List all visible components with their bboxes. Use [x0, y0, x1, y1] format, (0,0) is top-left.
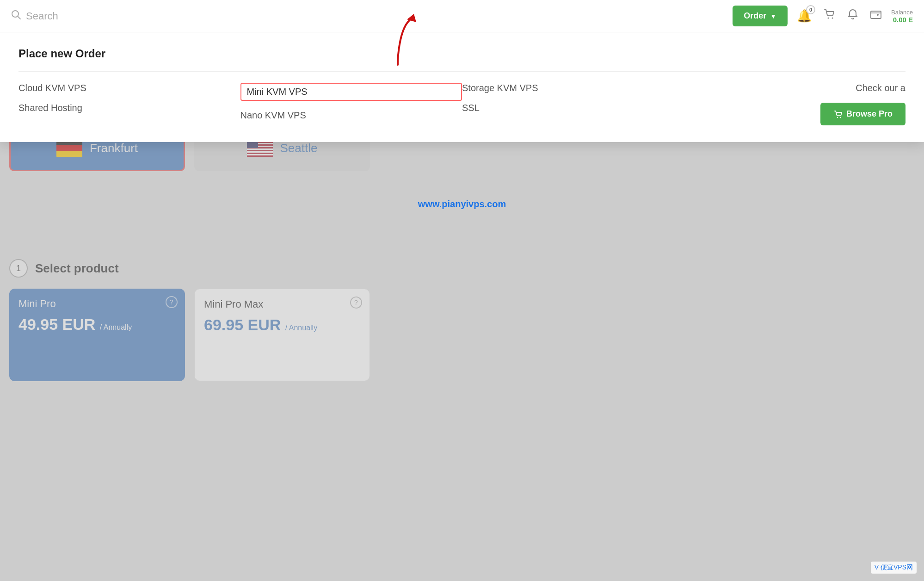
watermark-bottom: V 便宜VPS网 [871, 562, 917, 574]
dropdown-divider [18, 71, 906, 72]
dropdown-title: Place new Order [18, 47, 906, 60]
chevron-down-icon: ▼ [770, 12, 776, 20]
cart-icon[interactable] [821, 6, 838, 26]
dropdown-columns: Cloud KVM VPS Shared Hosting Mini KVM VP… [18, 83, 906, 125]
search-placeholder: Search [26, 10, 58, 22]
dropdown-col-2: Mini KVM VPS Nano KVM VPS [240, 83, 462, 125]
mini-pro-period: / Annually [100, 323, 132, 331]
dropdown-item-mini-kvm[interactable]: Mini KVM VPS [240, 83, 462, 101]
product-cards-row: ? Mini Pro 49.95 EUR / Annually ? Mini P… [9, 289, 915, 381]
order-button[interactable]: Order ▼ [733, 6, 788, 26]
mini-pro-name: Mini Pro [18, 298, 176, 310]
balance-value: 0.00 E [893, 16, 913, 24]
svg-line-1 [18, 17, 21, 19]
balance-area: Balance 0.00 E [891, 9, 913, 24]
svg-rect-4 [871, 11, 881, 19]
header-right: Order ▼ 🔔 0 [733, 6, 913, 26]
browse-products-button[interactable]: Browse Pro [820, 103, 906, 125]
mini-pro-max-period: / Annually [285, 324, 317, 332]
frankfurt-label: Frankfurt [90, 141, 138, 155]
dropdown-col-1: Cloud KVM VPS Shared Hosting [18, 83, 240, 125]
help-icon-mini-pro[interactable]: ? [166, 296, 178, 308]
step-header: 1 Select product [9, 259, 915, 278]
watermark-center: www.pianyivps.com [418, 199, 506, 210]
notifications-icon[interactable]: 🔔 0 [795, 7, 813, 25]
step-title: Select product [35, 261, 119, 276]
balance-label: Balance [891, 9, 913, 16]
notifications-badge: 0 [806, 5, 815, 14]
product-mini-pro-max[interactable]: ? Mini Pro Max 69.95 EUR / Annually [194, 289, 370, 381]
step-number: 1 [9, 259, 28, 278]
dropdown-col-4: Check our a Browse Pro [684, 83, 906, 125]
mini-pro-max-price-value: 69.95 EUR [204, 316, 281, 334]
browse-button-label: Browse Pro [846, 109, 893, 119]
mini-pro-price-value: 49.95 EUR [18, 315, 95, 333]
svg-point-2 [828, 18, 829, 19]
wallet-icon[interactable] [868, 6, 884, 25]
dropdown-item-shared-hosting[interactable]: Shared Hosting [18, 103, 240, 113]
product-mini-pro[interactable]: ? Mini Pro 49.95 EUR / Annually [9, 289, 185, 381]
bell-icon[interactable] [845, 6, 861, 25]
dropdown-item-cloud-kvm[interactable]: Cloud KVM VPS [18, 83, 240, 93]
search-icon [11, 10, 21, 22]
seattle-label: Seattle [280, 141, 318, 155]
dropdown-item-nano-kvm[interactable]: Nano KVM VPS [240, 110, 462, 121]
search-area[interactable]: Search [11, 10, 58, 22]
svg-point-3 [832, 18, 833, 19]
dropdown-col-3: Storage KVM VPS SSL [462, 83, 684, 125]
check-our-text: Check our a [856, 83, 906, 93]
svg-point-6 [840, 117, 841, 118]
mini-pro-max-name: Mini Pro Max [204, 298, 360, 310]
svg-point-5 [837, 117, 838, 118]
select-product-section: 1 Select product ? Mini Pro 49.95 EUR / … [9, 259, 915, 381]
header: Search Order ▼ 🔔 0 [0, 0, 924, 32]
dropdown-item-storage-kvm[interactable]: Storage KVM VPS [462, 83, 684, 93]
mini-pro-price: 49.95 EUR / Annually [18, 315, 176, 334]
order-dropdown: Place new Order Cloud KVM VPS Shared Hos… [0, 32, 924, 142]
help-icon-mini-pro-max[interactable]: ? [350, 297, 362, 309]
dropdown-item-ssl[interactable]: SSL [462, 103, 684, 113]
order-button-label: Order [744, 11, 766, 21]
mini-pro-max-price: 69.95 EUR / Annually [204, 316, 360, 334]
